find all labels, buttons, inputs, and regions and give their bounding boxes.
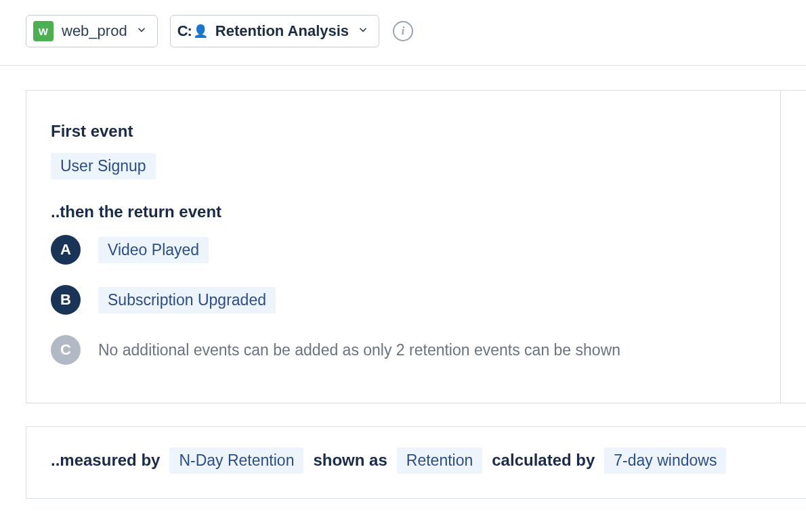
top-bar: W web_prod C:👤 Retention Analysis i	[0, 0, 806, 66]
shown-as-pill[interactable]: Retention	[397, 447, 482, 474]
calculated-by-label: calculated by	[492, 451, 595, 470]
events-config-panel: First event User Signup ..then the retur…	[26, 90, 806, 403]
project-name-label: web_prod	[62, 22, 127, 40]
project-selector[interactable]: W web_prod	[26, 15, 158, 47]
return-events-list: A Video Played B Subscription Upgraded C…	[51, 235, 773, 365]
info-icon[interactable]: i	[393, 21, 413, 41]
first-event-pill[interactable]: User Signup	[51, 153, 156, 179]
project-badge: W	[33, 21, 54, 41]
measured-by-label: ..measured by	[51, 451, 160, 470]
return-event-pill[interactable]: Video Played	[98, 237, 209, 263]
analysis-type-label: Retention Analysis	[215, 22, 349, 40]
shown-as-label: shown as	[313, 451, 387, 470]
disabled-slot-hint: No additional events can be added as onl…	[98, 341, 620, 359]
main-area: First event User Signup ..then the retur…	[0, 66, 806, 499]
right-panel-edge	[780, 91, 806, 403]
event-letter-badge: B	[51, 285, 81, 315]
return-event-row-disabled: C No additional events can be added as o…	[51, 335, 773, 365]
first-event-heading: First event	[51, 122, 773, 141]
return-event-row-a: A Video Played	[51, 235, 773, 265]
return-event-row-b: B Subscription Upgraded	[51, 285, 773, 315]
chevron-down-icon	[357, 24, 369, 39]
chevron-down-icon	[135, 24, 148, 39]
return-event-heading: ..then the return event	[51, 202, 773, 221]
measurement-panel: ..measured by N-Day Retention shown as R…	[26, 426, 806, 499]
retention-chart-icon: C:👤	[177, 22, 207, 40]
analysis-type-selector[interactable]: C:👤 Retention Analysis	[170, 15, 379, 47]
measured-by-pill[interactable]: N-Day Retention	[169, 447, 303, 474]
return-event-pill[interactable]: Subscription Upgraded	[98, 287, 276, 313]
calculated-by-pill[interactable]: 7-day windows	[604, 447, 726, 474]
event-letter-badge: A	[51, 235, 81, 265]
event-letter-badge-disabled: C	[51, 335, 81, 365]
